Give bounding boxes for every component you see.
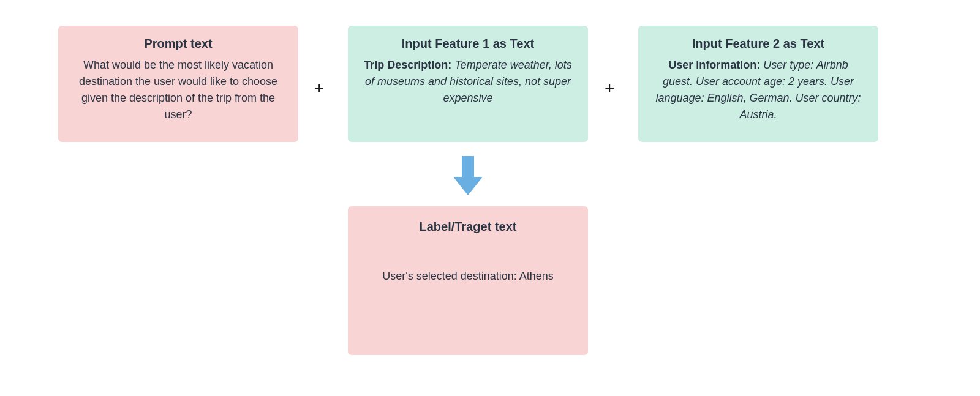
- label-box-body: User's selected destination: Athens: [382, 268, 554, 285]
- prompt-box-body: What would be the most likely vacation d…: [73, 57, 284, 123]
- label-box: Label/Traget text User's selected destin…: [348, 206, 588, 355]
- feature1-label: Trip Description:: [364, 59, 451, 71]
- feature2-box-title: Input Feature 2 as Text: [692, 37, 824, 51]
- diagram-container: Prompt text What would be the most likel…: [0, 0, 980, 396]
- down-arrow-icon: [453, 156, 483, 195]
- prompt-box-title: Prompt text: [144, 37, 212, 51]
- prompt-box: Prompt text What would be the most likel…: [58, 26, 298, 142]
- feature1-box: Input Feature 1 as Text Trip Description…: [348, 26, 588, 142]
- plus-connector-2: +: [605, 80, 614, 97]
- feature2-box-body: User information: User type: Airbnb gues…: [653, 57, 864, 123]
- feature2-box: Input Feature 2 as Text User information…: [638, 26, 878, 142]
- plus-connector-1: +: [314, 80, 324, 97]
- feature1-box-title: Input Feature 1 as Text: [402, 37, 534, 51]
- feature1-box-body: Trip Description: Temperate weather, lot…: [363, 57, 573, 106]
- label-box-title: Label/Traget text: [420, 220, 517, 234]
- feature2-label: User information:: [668, 59, 760, 71]
